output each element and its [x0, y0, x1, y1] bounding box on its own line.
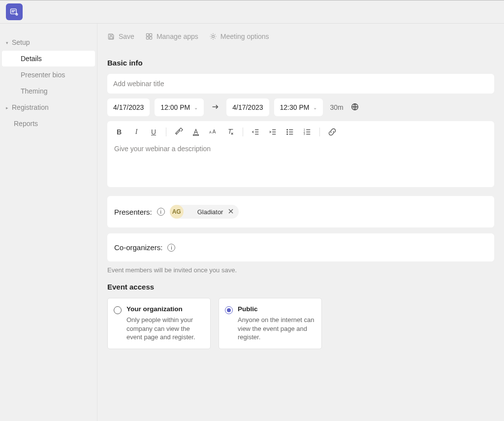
- svg-rect-0: [11, 9, 17, 14]
- duration-text: 30m: [328, 103, 345, 111]
- svg-point-12: [287, 130, 288, 130]
- svg-rect-2: [110, 37, 113, 39]
- italic-button[interactable]: I: [131, 127, 141, 137]
- top-bar: [0, 0, 504, 24]
- globe-icon: [350, 102, 359, 111]
- access-option-desc: Only people within your company can view…: [126, 316, 204, 342]
- save-icon: [107, 32, 115, 40]
- start-time-value: 12:00 PM: [160, 103, 190, 111]
- arrow-right-icon: [209, 102, 221, 113]
- info-icon[interactable]: i: [157, 208, 165, 216]
- presenters-field[interactable]: Presenters: i AG Gladiator: [107, 196, 494, 227]
- font-color-button[interactable]: [191, 127, 201, 137]
- font-size-button[interactable]: AA: [208, 127, 218, 137]
- sidebar-item-details[interactable]: Details: [2, 51, 95, 66]
- sidebar-group-label: Setup: [12, 38, 30, 46]
- sidebar-group-registration[interactable]: ▸ Registration: [0, 99, 97, 115]
- description-editor: B I U AA: [107, 121, 494, 187]
- chevron-down-icon: ⌄: [194, 105, 198, 110]
- event-access-heading: Event access: [107, 283, 494, 291]
- sidebar-item-label: Reports: [14, 120, 38, 128]
- end-date-value: 4/17/2023: [232, 103, 263, 111]
- manage-apps-button[interactable]: Manage apps: [145, 32, 198, 40]
- svg-rect-9: [193, 134, 199, 135]
- sidebar-item-theming[interactable]: Theming: [2, 83, 95, 99]
- svg-rect-5: [146, 37, 149, 39]
- remove-presenter-button[interactable]: [228, 208, 234, 216]
- end-time-value: 12:30 PM: [280, 103, 310, 111]
- sidebar-item-presenter-bios[interactable]: Presenter bios: [2, 67, 95, 83]
- placeholder-text: Add webinar title: [113, 80, 164, 88]
- datetime-row: 4/17/2023 12:00 PM ⌄ 4/17/2023 12:30 PM …: [107, 98, 494, 116]
- svg-point-14: [287, 134, 288, 135]
- event-access-options: Your organization Only people within you…: [107, 298, 494, 349]
- access-option-title: Your organization: [126, 305, 204, 313]
- sidebar-item-label: Presenter bios: [21, 71, 65, 79]
- svg-point-13: [287, 131, 288, 132]
- editor-toolbar: B I U AA: [107, 121, 494, 143]
- svg-point-7: [212, 35, 214, 38]
- bold-button[interactable]: B: [114, 127, 124, 137]
- basic-info-heading: Basic info: [107, 59, 494, 67]
- access-option-desc: Anyone on the internet can view the even…: [238, 316, 315, 342]
- chevron-right-icon: ▸: [6, 105, 8, 110]
- description-textarea[interactable]: Give your webinar a description: [107, 143, 494, 187]
- meeting-options-button[interactable]: Meeting options: [209, 32, 269, 40]
- presenter-chip: AG Gladiator: [170, 205, 239, 219]
- link-button[interactable]: [327, 127, 337, 137]
- sidebar-item-label: Details: [21, 55, 42, 63]
- toolbar-label: Meeting options: [220, 32, 269, 40]
- app-icon[interactable]: [6, 3, 23, 20]
- svg-text:A: A: [212, 129, 216, 134]
- clear-formatting-button[interactable]: [225, 127, 235, 137]
- placeholder-text: Give your webinar a description: [114, 145, 211, 153]
- save-button[interactable]: Save: [107, 32, 134, 40]
- invite-note: Event members will be invited once you s…: [107, 266, 494, 274]
- sidebar-item-label: Theming: [21, 87, 47, 95]
- webinar-title-input[interactable]: Add webinar title: [107, 74, 494, 94]
- start-date-picker[interactable]: 4/17/2023: [107, 98, 150, 116]
- svg-rect-3: [146, 33, 149, 36]
- separator: [319, 128, 320, 136]
- start-date-value: 4/17/2023: [113, 103, 144, 111]
- end-time-picker[interactable]: 12:30 PM ⌄: [274, 98, 323, 116]
- main-content: Save Manage apps Meeting options: [97, 24, 504, 421]
- chevron-down-icon: ▾: [6, 40, 8, 45]
- underline-button[interactable]: U: [149, 127, 158, 137]
- chevron-down-icon: ⌄: [313, 105, 317, 110]
- radio-icon: [114, 306, 122, 314]
- bullet-list-button[interactable]: [285, 127, 295, 137]
- indent-button[interactable]: [268, 127, 278, 137]
- numbered-list-button[interactable]: 123: [302, 127, 312, 137]
- chip-name: Gladiator: [197, 208, 223, 216]
- svg-text:A: A: [209, 130, 212, 134]
- highlighter-button[interactable]: [174, 127, 184, 137]
- svg-text:3: 3: [304, 132, 305, 135]
- timezone-button[interactable]: [350, 102, 359, 113]
- svg-point-1: [16, 13, 18, 16]
- sidebar-item-reports[interactable]: Reports: [2, 116, 95, 131]
- sidebar-group-setup[interactable]: ▾ Setup: [0, 34, 97, 50]
- svg-rect-4: [150, 33, 152, 36]
- avatar: AG: [170, 205, 184, 219]
- gear-icon: [209, 32, 217, 40]
- content-toolbar: Save Manage apps Meeting options: [97, 24, 504, 48]
- coorganizers-field[interactable]: Co-organizers: i: [107, 233, 494, 261]
- start-time-picker[interactable]: 12:00 PM ⌄: [155, 98, 204, 116]
- access-option-organization[interactable]: Your organization Only people within you…: [107, 298, 211, 349]
- coorganizers-label: Co-organizers:: [114, 243, 162, 252]
- access-option-public[interactable]: Public Anyone on the internet can view t…: [219, 298, 322, 349]
- separator: [243, 128, 243, 136]
- info-icon[interactable]: i: [167, 244, 175, 252]
- sidebar: ▾ Setup Details Presenter bios Theming ▸…: [0, 24, 97, 421]
- sidebar-group-label: Registration: [12, 103, 49, 111]
- separator: [166, 128, 166, 136]
- apps-icon: [145, 32, 153, 40]
- end-date-picker[interactable]: 4/17/2023: [226, 98, 269, 116]
- close-icon: [228, 208, 234, 214]
- radio-icon: [225, 306, 233, 314]
- toolbar-label: Save: [119, 32, 134, 40]
- outdent-button[interactable]: [251, 127, 260, 137]
- svg-rect-6: [150, 37, 152, 39]
- presenters-label: Presenters:: [114, 208, 152, 216]
